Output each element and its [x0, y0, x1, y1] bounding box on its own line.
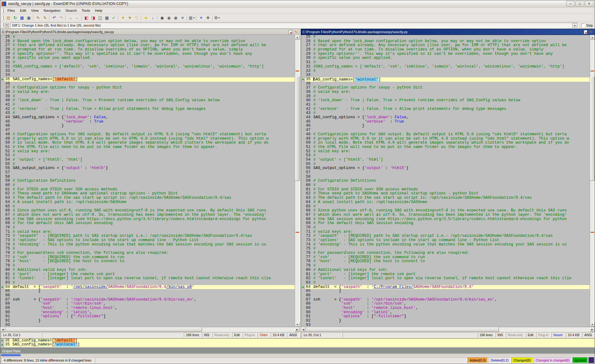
find-icon[interactable]: ◉ [159, 15, 165, 21]
scroll-left-icon[interactable]: ◀ [301, 327, 306, 332]
code-line[interactable]: 50# in local mode. Note that HTML 4.0 wi… [1, 141, 295, 145]
code-line[interactable]: 25# [1, 35, 295, 39]
print-file-icon[interactable] [288, 30, 293, 34]
code-line[interactable]: 72# 'saspath' - [REQUIRED] path to SAS s… [301, 234, 590, 238]
code-line[interactable]: 27# that are defined already. Any necess… [1, 43, 295, 48]
code-line[interactable]: 66# Since python uses utf-8, running SAS… [301, 209, 590, 213]
code-line[interactable]: 28# prompted for at run time. To disallo… [301, 48, 590, 52]
show-first-only-icon[interactable]: ◧ [83, 15, 90, 21]
code-line[interactable]: 53# [1, 154, 295, 158]
code-line[interactable]: 67# which does not work well as utf-8. S… [1, 213, 295, 217]
scroll-left-icon[interactable]: ◀ [0, 327, 5, 332]
code-line[interactable]: 38# valid key are: [301, 90, 590, 94]
code-line[interactable]: 53# [301, 154, 590, 158]
code-line[interactable]: 52# valid key are: [301, 150, 590, 154]
scrollbar-thumb[interactable] [295, 76, 300, 181]
code-line[interactable]: 86 [301, 293, 590, 298]
code-line[interactable]: 81# 'port' - [integer] the remote ssh po… [301, 272, 590, 277]
code-line[interactable]: 42# 'verbose' - True | False. True = All… [301, 107, 590, 111]
diff-line-row[interactable]: ▶35SAS_config_names=['default'] [0, 339, 595, 343]
code-line[interactable]: 86 [1, 293, 295, 298]
code-line[interactable]: 37# Configuration options for saspy - py… [301, 86, 590, 90]
code-line[interactable]: 61# For STDIO and STDIO over SSH access … [1, 188, 295, 192]
menu-files[interactable]: Files [5, 8, 17, 13]
code-line[interactable]: 64# A usual install path is: /opt/sasins… [1, 200, 295, 205]
scroll-up-icon[interactable]: ▲ [590, 35, 595, 40]
code-line[interactable]: 66# Since python uses utf-8, running SAS… [1, 209, 295, 213]
edit-file-icon[interactable]: ✎ [294, 30, 298, 34]
menu-search[interactable]: Search [63, 8, 79, 13]
scroll-up-icon[interactable]: ▲ [295, 35, 300, 40]
code-line[interactable]: 33# [301, 69, 590, 73]
code-line[interactable]: 46 } [301, 124, 590, 128]
code-line[interactable]: 91 'options' : ["-fullstimer"] [1, 314, 295, 319]
filter-off-icon[interactable]: ▽ [133, 15, 140, 21]
code-line[interactable]: 73# 'options' - SAS options to include i… [1, 238, 295, 243]
code-line[interactable]: 76# For passwordless ssh connection, the… [301, 251, 590, 255]
code-line[interactable]: 74# 'encoding' - This is the python enco… [301, 243, 590, 247]
code-line[interactable]: 59# Configuration Definitions [301, 179, 590, 183]
code-line[interactable]: 52# valid key are: [1, 150, 295, 154]
code-line[interactable]: 80# Additional valid keys for ssh: [301, 268, 590, 272]
code-line[interactable]: 85 } [1, 289, 295, 293]
menu-tools[interactable]: Tools [79, 8, 93, 13]
code-line[interactable]: 62# These need path to SASHome and optio… [301, 192, 590, 196]
menu-edit[interactable]: Edit [17, 8, 29, 13]
code-line[interactable]: ▶35SAS_config_names=['default'] [1, 77, 295, 82]
plugins-icon[interactable]: ❖ [205, 15, 211, 21]
filter-icon[interactable]: ▼ [120, 15, 126, 21]
code-line[interactable]: 59# Configuration Definitions [1, 179, 295, 183]
code-line[interactable]: 56SAS_output_options = {'output' : 'html… [1, 166, 295, 171]
scrollbar-thumb[interactable] [590, 76, 595, 181]
code-line[interactable]: 91 'options' : ["-fullstimer"] [301, 314, 590, 319]
code-line[interactable]: 36 [1, 82, 295, 86]
menu-help[interactable]: Help [92, 8, 105, 13]
scrollbar-thumb[interactable] [306, 327, 499, 332]
highlight-icon[interactable]: ■ [143, 15, 149, 21]
code-line[interactable]: 48# Configuration options for SAS output… [301, 132, 590, 137]
code-line[interactable]: 54# 'output' = ['html5', 'html'] [301, 158, 590, 162]
code-line[interactable]: 78# 'host' - [REQUIRED] the host to conn… [1, 259, 295, 264]
toolbar-grip[interactable] [2, 15, 4, 20]
code-line[interactable]: 29# specify options=''. This way it's sp… [301, 52, 590, 56]
code-line[interactable]: 29# specify options=''. This way it's sp… [1, 52, 295, 56]
code-line[interactable]: 83# [301, 281, 590, 285]
code-line[interactable]: 79# [1, 264, 295, 268]
code-line[interactable]: 27# that are defined already. Any necess… [301, 43, 590, 48]
show-identical-icon[interactable]: ✓ [110, 15, 117, 21]
code-line[interactable]: ▶84default = {'saspath' : 'C:/Program Fi… [301, 285, 590, 289]
code-line[interactable]: 30# specific value you want applied. [1, 56, 295, 60]
recompare-icon[interactable]: ↻ [12, 15, 19, 21]
right-vertical-scrollbar[interactable]: ▲ ▼ [590, 35, 595, 327]
code-line[interactable]: 92 } [301, 319, 590, 323]
code-line[interactable]: 39# [301, 94, 590, 99]
compare-icon[interactable]: ▤ [5, 15, 12, 21]
code-line[interactable]: 89 'host' : 'remote.linux.host', [1, 306, 295, 310]
redo-icon[interactable]: ↷ [58, 15, 64, 21]
code-line[interactable]: 34 [301, 73, 590, 77]
code-line[interactable]: 83# [1, 281, 295, 285]
scrollbar-track[interactable] [295, 40, 300, 322]
code-line[interactable]: 44SAS_config_options = {'lock_down': Fal… [1, 115, 295, 120]
code-line[interactable]: 25# [301, 35, 590, 39]
code-line[interactable]: 69# for the default Unix SAS session enc… [301, 221, 590, 226]
copy-to-right-icon[interactable]: → [67, 15, 74, 21]
diffbar-grip[interactable] [2, 23, 4, 28]
code-line[interactable]: 81# 'port' - [integer] the remote ssh po… [1, 272, 295, 277]
code-line[interactable]: 51# the HTML file will need to be put in… [1, 145, 295, 150]
scroll-down-icon[interactable]: ▼ [590, 322, 595, 327]
code-line[interactable]: 32#SAS_config_names = ['default', 'ssh',… [301, 65, 590, 69]
code-line[interactable]: 26# Based upon the lock_down configurati… [1, 39, 295, 44]
code-line[interactable]: 89 'host' : 'remote.linux.host', [301, 306, 590, 310]
show-second-only-icon[interactable]: ◨ [90, 15, 97, 21]
code-line[interactable]: 65# [301, 205, 590, 209]
code-line[interactable]: 61# For STDIO and STDIO over SSH access … [301, 188, 590, 192]
left-vertical-scrollbar[interactable]: ▲ ▼ [295, 35, 300, 327]
code-line[interactable]: 73# 'options' - SAS options to include i… [301, 238, 590, 243]
code-line[interactable]: 46 } [1, 124, 295, 128]
code-line[interactable]: 93 [1, 323, 295, 327]
code-line[interactable]: 58 [301, 175, 590, 179]
code-line[interactable]: 69# for the default Unix SAS session enc… [1, 221, 295, 226]
code-line[interactable]: 88 'ssh' : '/usr/bin/ssh', [301, 302, 590, 306]
code-line[interactable]: 33# [1, 69, 295, 73]
